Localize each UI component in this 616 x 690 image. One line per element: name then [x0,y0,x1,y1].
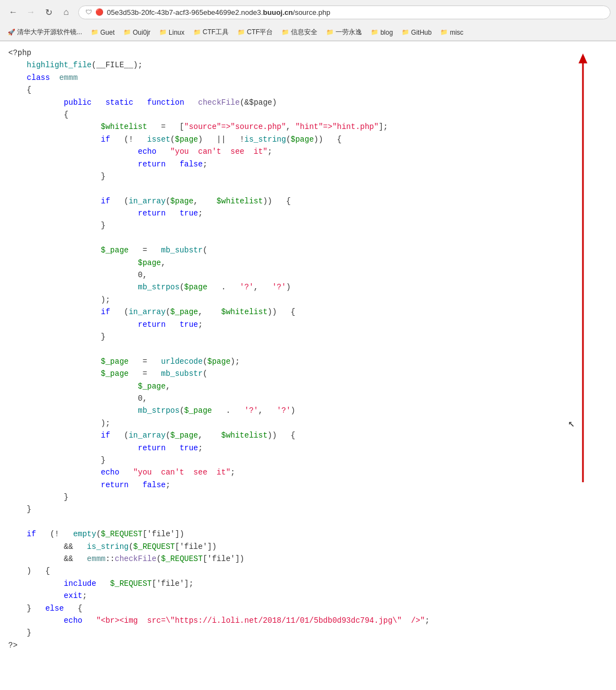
code-line-echo2: echo "you can't see it"; [8,466,608,478]
url-prefix: 05e3d53b-20fc-43b7-acf3-965ebe4699e2.nod… [107,8,263,17]
bookmark-guet[interactable]: 📁 Guet [88,28,118,37]
code-line-brace8: } [8,503,608,515]
bookmark-icon: 📁 [282,29,289,36]
code-line-exit: exit; [8,590,608,602]
bookmark-label: 信息安全 [291,28,317,37]
bookmark-label: Guet [100,29,115,36]
bookmark-label: 清华大学开源软件镜... [17,28,82,37]
security-icon: 🛡 [85,8,92,17]
code-line-page4: mb_strpos($page . '?', '?') [8,281,608,293]
code-line-whitelist: $whitelist = ["source"=>"source.php", "h… [8,121,608,133]
code-line-brace2: { [8,109,608,121]
bookmarks-bar: 🚀 清华大学开源软件镜... 📁 Guet 📁 Oui0jr 📁 Linux 📁… [0,24,616,41]
code-line-page7: 0, [8,392,608,405]
code-line-brace9: } [8,627,608,639]
bookmark-label: misc [450,29,463,36]
address-bar[interactable]: 🛡 🔴 05e3d53b-20fc-43b7-acf3-965ebe4699e2… [78,6,610,19]
code-line-paren3: ) { [8,565,608,577]
bookmark-linux[interactable]: 📁 Linux [156,28,188,37]
reload-button[interactable]: ↻ [41,4,56,20]
code-line-phptag: <?php [8,47,608,59]
code-line-blank1 [8,182,608,195]
code-container: ↖ <?php highlight_file(__FILE__); class … [0,41,616,687]
url-domain: buuoj.cn [263,8,293,17]
bookmark-icon: 📁 [326,29,334,36]
code-line-include: include $_REQUEST['file']; [8,578,608,590]
bookmark-icon: 🚀 [8,29,15,36]
bookmark-label: GitHub [411,29,431,36]
nav-buttons: ← → ↻ ⌂ [6,4,74,20]
code-line-if2: if (in_array($page, $whitelist)) { [8,195,608,207]
code-line-class: class emmm [8,72,608,84]
bookmark-ctf-platform[interactable]: 📁 CTF平台 [234,26,276,38]
home-button[interactable]: ⌂ [58,4,74,20]
code-line-brace6: } [8,454,608,466]
bookmark-label: Oui0jr [133,29,150,36]
code-line-else: } else { [8,602,608,614]
code-line-brace3: } [8,170,608,182]
code-line-paren2: ); [8,417,608,429]
code-line-blank3 [8,343,608,355]
bookmark-label: blog [380,29,393,36]
code-line-urldecode: $_page = urldecode($page); [8,355,608,368]
url-path: /source.php [293,8,331,17]
code-line-blank4 [8,516,608,528]
browser-chrome: ← → ↻ ⌂ 🛡 🔴 05e3d53b-20fc-43b7-acf3-965e… [0,0,616,41]
code-line-if4: if (in_array($_page, $whitelist)) { [8,429,608,441]
code-line-page2: $page, [8,257,608,269]
bookmark-yilao[interactable]: 📁 一劳永逸 [323,26,365,38]
bookmark-label: Linux [169,29,185,36]
bookmark-label: CTF工具 [203,28,229,37]
code-line-return1: return false; [8,158,608,170]
bookmark-icon: 📁 [91,29,99,36]
bookmark-ctf-tools[interactable]: 📁 CTF工具 [190,26,232,38]
code-line-brace4: } [8,219,608,231]
url-text: 05e3d53b-20fc-43b7-acf3-965ebe4699e2.nod… [107,8,603,17]
code-line-return4: return true; [8,442,608,454]
bookmark-infosec[interactable]: 📁 信息安全 [278,26,321,38]
code-line-highlight: highlight_file(__FILE__); [8,59,608,71]
code-line-if-main: if (! empty($_REQUEST['file']) [8,528,608,540]
code-line-return3: return true; [8,319,608,331]
bookmark-icon: 📁 [193,29,201,36]
browser-toolbar: ← → ↻ ⌂ 🛡 🔴 05e3d53b-20fc-43b7-acf3-965e… [0,0,616,24]
code-line-and2: && emmm::checkFile($_REQUEST['file']) [8,553,608,565]
code-line-echo1: echo "you can't see it"; [8,145,608,158]
code-line-echo3: echo "<br><img src=\"https://i.loli.net/… [8,614,608,627]
code-line-page3: 0, [8,269,608,281]
bookmark-misc[interactable]: 📁 misc [437,28,467,37]
code-line-phpclose: ?> [8,639,608,651]
bookmark-blog[interactable]: 📁 blog [368,28,396,37]
code-line-return5: return false; [8,479,608,491]
bookmark-icon: 📁 [371,29,379,36]
code-line-brace1: { [8,84,608,96]
bookmark-icon: 📁 [402,29,409,36]
bookmark-label: CTF平台 [247,28,273,37]
back-button[interactable]: ← [6,4,21,20]
code-line-brace5: } [8,331,608,343]
code-line-page1: $_page = mb_substr( [8,244,608,256]
code-line-brace7: } [8,491,608,503]
code-line-page6: $_page, [8,380,608,392]
bookmark-icon: 📁 [123,29,131,36]
code-line-if1: if (! isset($page) || !is_string($page))… [8,133,608,145]
bookmark-icon: 📁 [159,29,167,36]
bookmark-icon: 📁 [440,29,448,36]
code-line-func-def: public static function checkFile(&$page) [8,96,608,109]
code-line-page8: mb_strpos($_page . '?', '?') [8,405,608,417]
bookmark-tsinghua[interactable]: 🚀 清华大学开源软件镜... [4,26,85,38]
favicon: 🔴 [95,8,104,17]
bookmark-github[interactable]: 📁 GitHub [398,28,435,37]
code-line-paren1: ); [8,294,608,306]
code-line-return2: return true; [8,207,608,219]
bookmark-oui0jr[interactable]: 📁 Oui0jr [120,28,154,37]
code-line-if3: if (in_array($_page, $whitelist)) { [8,306,608,318]
forward-button[interactable]: → [23,4,39,20]
code-line-and1: && is_string($_REQUEST['file']) [8,541,608,553]
code-line-page5: $_page = mb_substr( [8,368,608,380]
bookmark-label: 一劳永逸 [336,28,362,37]
code-line-blank2 [8,232,608,244]
bookmark-icon: 📁 [237,29,245,36]
